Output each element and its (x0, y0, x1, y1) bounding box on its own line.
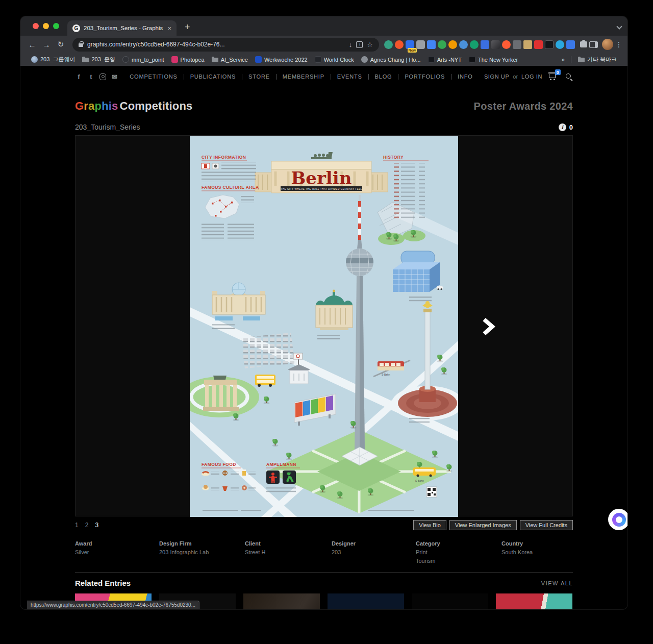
page-2[interactable]: 2 (85, 522, 89, 529)
bookmark-label: 203_그룹웨어 (40, 56, 75, 63)
extension-icon-06[interactable] (438, 40, 446, 49)
profile-avatar[interactable] (602, 39, 613, 50)
bookmark-item[interactable]: Arts -NYT (424, 55, 465, 64)
view-bio-button[interactable]: View Bio (413, 520, 446, 530)
nav-competitions[interactable]: COMPETITIONS (123, 74, 184, 80)
search-icon[interactable] (565, 72, 573, 81)
twitter-icon[interactable]: t (87, 73, 95, 81)
bookmark-item[interactable]: Agnes Chang | Ho... (358, 55, 424, 64)
bookmarks-divider (571, 56, 571, 63)
meta-value[interactable]: Street H (245, 548, 332, 557)
entry-count: 0 (569, 123, 573, 131)
nav-events[interactable]: EVENTS (331, 74, 369, 80)
close-window-button[interactable] (33, 23, 39, 29)
extension-icon-14[interactable] (523, 40, 532, 49)
clock-icon (315, 56, 321, 63)
extension-icon-11[interactable] (491, 40, 500, 49)
extension-icon-15[interactable] (534, 40, 543, 49)
nav-store[interactable]: STORE (242, 74, 277, 80)
meta-value[interactable]: Tourism (416, 557, 501, 565)
zoom-window-button[interactable] (53, 23, 59, 29)
extension-icon-16[interactable] (545, 40, 554, 49)
graphis-logo[interactable]: GraphisCompetitions (75, 100, 193, 113)
bookmark-item[interactable]: Werkwoche 2022 (252, 55, 311, 64)
meta-value[interactable]: 203 Infographic Lab (159, 548, 245, 557)
extension-icon-01[interactable] (384, 40, 393, 49)
extension-icon-03[interactable]: New (406, 40, 414, 49)
related-thumb-6[interactable] (496, 593, 572, 609)
instagram-icon[interactable] (99, 73, 106, 80)
sidebar-toggle-icon[interactable] (589, 41, 598, 48)
meta-label: Designer (332, 540, 416, 547)
bookmark-item[interactable]: The New Yorker (465, 55, 521, 64)
mail-icon[interactable]: ✉ (111, 73, 118, 81)
bus (255, 375, 275, 387)
nav-blog[interactable]: BLOG (369, 74, 399, 80)
download-icon[interactable]: ↓ (349, 41, 353, 48)
sign-up-link[interactable]: SIGN UP (484, 73, 509, 80)
tab-close-icon[interactable]: × (167, 24, 171, 32)
facebook-icon[interactable]: f (75, 73, 83, 81)
section-history: HISTORY (383, 155, 404, 160)
menu-kebab-icon[interactable]: ⋮ (615, 40, 622, 48)
bookmark-item[interactable]: AI_Service (208, 56, 252, 64)
werkwoche-icon (255, 56, 262, 63)
log-in-link[interactable]: LOG IN (521, 73, 542, 80)
related-thumb-4[interactable] (328, 593, 404, 609)
view-enlarged-images-button[interactable]: View Enlarged Images (449, 520, 517, 530)
bookmark-item[interactable]: 203_그룹웨어 (28, 55, 79, 64)
back-button[interactable]: ← (26, 38, 39, 51)
meta-value[interactable]: South Korea (501, 548, 573, 557)
related-thumb-5[interactable] (412, 593, 488, 609)
reload-button[interactable]: ↻ (54, 38, 67, 51)
nav-info[interactable]: INFO (451, 74, 479, 80)
cart-button[interactable]: 0 (549, 72, 559, 81)
forward-button[interactable]: → (40, 38, 53, 51)
url-text: graphis.com/entry/c50cd5ed-6697-494c-b02… (87, 41, 345, 48)
view-all-link[interactable]: VIEW ALL (541, 580, 573, 586)
info-icon[interactable]: i (559, 123, 566, 131)
extension-icon-04[interactable] (416, 40, 425, 49)
browser-tab[interactable]: G 203_Tourism_Series - Graphis × (67, 20, 177, 36)
camera-icon (361, 56, 368, 63)
extension-icon-17[interactable] (556, 40, 564, 49)
extension-icon-18[interactable] (566, 40, 575, 49)
section-famous-food: FAMOUS FOOD (202, 462, 236, 467)
chat-widget-button[interactable] (608, 509, 627, 530)
share-icon[interactable]: ↑ (356, 41, 363, 48)
next-image-button[interactable] (482, 317, 496, 336)
related-thumb-3[interactable] (243, 593, 320, 609)
tab-title: 203_Tourism_Series - Graphis (84, 25, 164, 31)
extension-icon-05[interactable] (427, 40, 436, 49)
new-tab-button[interactable]: + (185, 22, 190, 33)
minimize-window-button[interactable] (43, 23, 49, 29)
bookmark-item[interactable]: World Clock (311, 55, 358, 64)
page-1[interactable]: 1 (75, 522, 79, 529)
nav-publications[interactable]: PUBLICATIONS (184, 74, 242, 80)
bookmark-other-folder[interactable]: 기타 북마크 (574, 55, 620, 64)
bookmark-label: Photopea (181, 57, 205, 63)
extension-icon-13[interactable] (513, 40, 521, 49)
extensions-puzzle-icon[interactable] (580, 41, 587, 47)
extension-icon-09[interactable] (470, 40, 479, 49)
nav-portfolios[interactable]: PORTFOLIOS (398, 74, 451, 80)
extension-icon-10[interactable] (481, 40, 489, 49)
nav-membership[interactable]: MEMBERSHIP (277, 74, 331, 80)
bookmarks-overflow-chevron[interactable]: » (558, 56, 568, 63)
meta-value[interactable]: Print (416, 548, 501, 557)
address-bar[interactable]: graphis.com/entry/c50cd5ed-6697-494c-b02… (72, 38, 379, 52)
extension-icon-07[interactable] (448, 40, 457, 49)
lock-icon (79, 43, 83, 47)
extension-icon-12[interactable] (502, 40, 511, 49)
bookmark-item[interactable]: Photopea (168, 55, 208, 64)
view-full-credits-button[interactable]: View Full Credits (520, 520, 573, 530)
bookmark-item[interactable]: mm_to_point (119, 55, 168, 64)
poster-image[interactable]: Berlin THE CITY WHERE THE WALL THAT DIVI… (190, 136, 458, 517)
bookmark-item[interactable]: 203_운영 (79, 55, 118, 64)
tab-search-chevron-icon[interactable] (616, 23, 622, 29)
extension-icon-08[interactable] (459, 40, 468, 49)
page-3-current[interactable]: 3 (95, 522, 98, 529)
extension-icon-02[interactable] (395, 40, 404, 49)
meta-value[interactable]: 203 (332, 548, 416, 557)
bookmark-star-icon[interactable]: ☆ (367, 41, 373, 48)
